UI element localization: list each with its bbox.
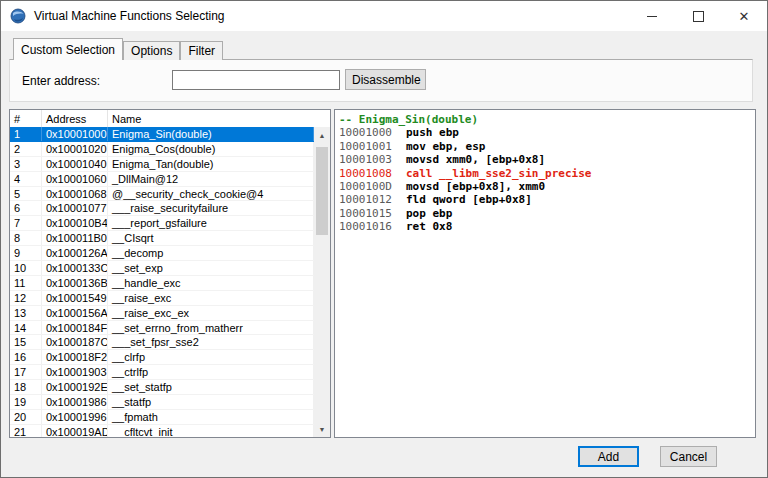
- close-button[interactable]: ✕: [721, 1, 767, 31]
- cell-index: 12: [10, 291, 42, 305]
- cell-name: ___raise_securityfailure: [108, 201, 314, 215]
- maximize-button[interactable]: [675, 1, 721, 31]
- enter-address-label: Enter address:: [22, 74, 100, 88]
- cell-name: __statfp: [108, 395, 314, 409]
- cell-address: 0x10001000: [42, 127, 108, 141]
- cancel-button[interactable]: Cancel: [660, 446, 717, 467]
- globe-app-icon: [10, 8, 26, 24]
- tab-custom-selection[interactable]: Custom Selection: [13, 38, 123, 60]
- instruction-address: 10001000: [339, 126, 392, 139]
- table-row[interactable]: 100x1000133C__set_exp: [10, 261, 314, 276]
- scroll-up-icon[interactable]: ▲: [314, 127, 330, 143]
- scrollbar-thumb[interactable]: [316, 147, 328, 235]
- column-header-address[interactable]: Address: [42, 110, 108, 127]
- cell-name: __fpmath: [108, 410, 314, 424]
- instruction-text: movsd [ebp+0x8], xmm0: [406, 180, 545, 193]
- cell-name: __decomp: [108, 246, 314, 260]
- instruction-address: 10001012: [339, 193, 392, 206]
- column-header-index[interactable]: #: [10, 110, 42, 127]
- cell-index: 13: [10, 306, 42, 320]
- table-row[interactable]: 90x1000126A__decomp: [10, 246, 314, 261]
- table-row[interactable]: 120x10001549__raise_exc: [10, 291, 314, 306]
- cell-address: 0x10001020: [42, 142, 108, 156]
- cell-name: Enigma_Tan(double): [108, 157, 314, 171]
- cell-index: 9: [10, 246, 42, 260]
- table-row[interactable]: 130x1000156A__raise_exc_ex: [10, 306, 314, 321]
- cell-address: 0x10001068: [42, 187, 108, 201]
- cell-address: 0x1000156A: [42, 306, 108, 320]
- instruction-text: pop ebp: [406, 207, 452, 220]
- cell-address: 0x100010B4: [42, 216, 108, 230]
- titlebar[interactable]: Virtual Machine Functions Selecting ✕: [1, 1, 767, 31]
- cell-name: Enigma_Cos(double): [108, 142, 314, 156]
- instruction-address: 10001003: [339, 153, 392, 166]
- cell-address: 0x10001060: [42, 172, 108, 186]
- cell-name: __raise_exc_ex: [108, 306, 314, 320]
- disassembly-function-header: -- Enigma_Sin(double): [339, 113, 751, 126]
- cell-name: Enigma_Sin(double): [108, 127, 314, 141]
- cell-address: 0x100011B0: [42, 231, 108, 245]
- instruction-address: 10001015: [339, 207, 392, 220]
- scrollbar-track[interactable]: [314, 143, 330, 421]
- function-table-header[interactable]: # Address Name: [10, 110, 330, 128]
- cell-index: 10: [10, 261, 42, 275]
- table-row[interactable]: 70x100010B4___report_gsfailure: [10, 216, 314, 231]
- cell-index: 14: [10, 321, 42, 335]
- table-row[interactable]: 10x10001000Enigma_Sin(double): [10, 127, 314, 142]
- cell-name: _DllMain@12: [108, 172, 314, 186]
- table-row[interactable]: 30x10001040Enigma_Tan(double): [10, 157, 314, 172]
- table-row[interactable]: 210x100019AD__cfltcvt_init: [10, 425, 314, 437]
- cell-address: 0x10001040: [42, 157, 108, 171]
- table-row[interactable]: 80x100011B0__CIsqrt: [10, 231, 314, 246]
- cell-address: 0x1000184F: [42, 321, 108, 335]
- add-button[interactable]: Add: [578, 446, 639, 467]
- cell-name: __clrfp: [108, 350, 314, 364]
- address-input[interactable]: [172, 70, 340, 90]
- cell-address: 0x10001077: [42, 201, 108, 215]
- instruction-text: movsd xmm0, [ebp+0x8]: [406, 153, 545, 166]
- table-row[interactable]: 110x1000136B__handle_exc: [10, 276, 314, 291]
- cell-address: 0x100018F2: [42, 350, 108, 364]
- table-row[interactable]: 150x1000187C___set_fpsr_sse2: [10, 335, 314, 350]
- table-row[interactable]: 20x10001020Enigma_Cos(double): [10, 142, 314, 157]
- cell-name: ___set_fpsr_sse2: [108, 335, 314, 349]
- cell-address: 0x1000187C: [42, 335, 108, 349]
- disassembly-panel[interactable]: -- Enigma_Sin(double) 10001000push ebp10…: [334, 109, 756, 438]
- tab-filter[interactable]: Filter: [180, 41, 223, 60]
- instruction-text: ret 0x8: [406, 220, 452, 233]
- disassemble-button[interactable]: Disassemble: [345, 69, 426, 90]
- instruction-text: mov ebp, esp: [406, 140, 485, 153]
- table-row[interactable]: 190x10001986__statfp: [10, 395, 314, 410]
- table-row[interactable]: 180x1000192E__set_statfp: [10, 380, 314, 395]
- table-row[interactable]: 140x1000184F__set_errno_from_matherr: [10, 321, 314, 336]
- cell-address: 0x10001986: [42, 395, 108, 409]
- table-row[interactable]: 50x10001068@__security_check_cookie@4: [10, 187, 314, 202]
- cell-name: __CIsqrt: [108, 231, 314, 245]
- table-row[interactable]: 160x100018F2__clrfp: [10, 350, 314, 365]
- table-row[interactable]: 200x10001996__fpmath: [10, 410, 314, 425]
- dialog-window: Virtual Machine Functions Selecting ✕ Cu…: [0, 0, 768, 478]
- cell-name: __set_exp: [108, 261, 314, 275]
- instruction-address: 10001016: [339, 220, 392, 233]
- cell-index: 18: [10, 380, 42, 394]
- cell-index: 6: [10, 201, 42, 215]
- column-header-name[interactable]: Name: [108, 110, 330, 127]
- tab-options[interactable]: Options: [123, 41, 180, 60]
- cell-index: 21: [10, 425, 42, 437]
- table-row[interactable]: 40x10001060_DllMain@12: [10, 172, 314, 187]
- table-row[interactable]: 170x10001903__ctrlfp: [10, 365, 314, 380]
- disassembly-line: 1000100Dmovsd [ebp+0x8], xmm0: [339, 180, 751, 193]
- vertical-scrollbar[interactable]: ▲ ▼: [314, 127, 330, 437]
- instruction-text: call __libm_sse2_sin_precise: [406, 167, 591, 180]
- maximize-icon: [693, 11, 704, 22]
- cell-address: 0x10001903: [42, 365, 108, 379]
- close-icon: ✕: [739, 10, 750, 23]
- scroll-down-icon[interactable]: ▼: [314, 421, 330, 437]
- cell-index: 7: [10, 216, 42, 230]
- disassembly-line: 10001016ret 0x8: [339, 220, 751, 233]
- minimize-button[interactable]: [629, 1, 675, 31]
- cell-address: 0x1000192E: [42, 380, 108, 394]
- cell-name: __ctrlfp: [108, 365, 314, 379]
- cell-index: 17: [10, 365, 42, 379]
- table-row[interactable]: 60x10001077___raise_securityfailure: [10, 201, 314, 216]
